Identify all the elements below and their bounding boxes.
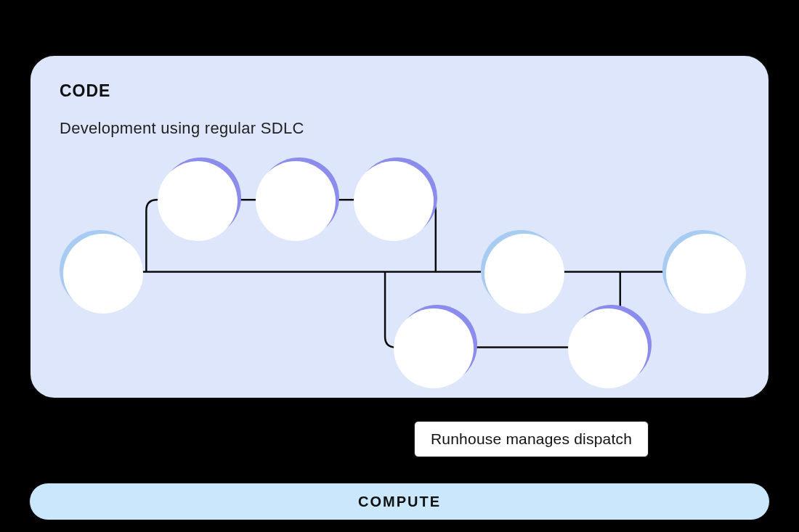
graph-node-1 — [63, 234, 143, 314]
graph-node-7 — [568, 308, 648, 388]
compute-label: COMPUTE — [358, 494, 441, 510]
compute-bar: COMPUTE — [29, 483, 770, 520]
dispatch-label: Runhouse manages dispatch — [414, 421, 649, 457]
graph-node-6 — [484, 234, 564, 314]
code-title: CODE — [60, 81, 739, 101]
code-subtitle: Development using regular SDLC — [60, 119, 739, 138]
graph-node-2 — [158, 161, 238, 241]
graph-edges — [31, 56, 768, 398]
graph-node-4 — [354, 161, 434, 241]
graph-node-3 — [256, 161, 336, 241]
graph-node-5 — [394, 308, 474, 388]
graph-node-8 — [666, 234, 746, 314]
code-panel: CODE Development using regular SDLC — [29, 54, 770, 399]
